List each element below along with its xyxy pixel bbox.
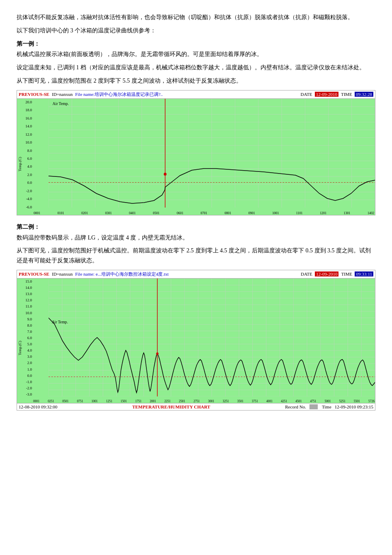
chart1-time-val: 09:32:28 bbox=[355, 92, 373, 97]
chart2-time-val: 09:33:11 bbox=[355, 271, 373, 276]
chart2-x-axis: 0001 0251 0501 0751 1001 1251 1501 1751 … bbox=[33, 399, 375, 403]
chart1-id: ID=nanxun bbox=[52, 92, 73, 97]
example2-desc1: 数码温控带数码显示，品牌 LG，设定温度 4 度，内壁无霜无结冰。 bbox=[17, 233, 375, 243]
example2-section: 第二例： 数码温控带数码显示，品牌 LG，设定温度 4 度，内壁无霜无结冰。 从… bbox=[17, 222, 375, 266]
chart1-brand: PREVIOUS-SE bbox=[19, 92, 49, 97]
example1-desc1: 机械式温控展示冰箱(前面板透明），品牌海尔。是无霜带循环风的。可是里面却结着厚厚… bbox=[17, 49, 375, 59]
chart1-svg: Air Temp. bbox=[49, 99, 375, 208]
chart2-time-label-footer: Time bbox=[322, 404, 331, 409]
chart2-time-label: TIME bbox=[341, 271, 352, 276]
chart2-record-box bbox=[309, 404, 318, 409]
intro-para2: 以下我们培训中心的 3 个冰箱的温度记录曲线供参考： bbox=[17, 26, 375, 36]
chart2: PREVIOUS-SE ID=nanxun File name: e...培训中… bbox=[17, 270, 375, 411]
chart1: PREVIOUS-SE ID=nanxun File name:培训中心海尔冰箱… bbox=[17, 90, 375, 215]
chart2-footer-title: TEMPERATURE/HUMIDITY CHART bbox=[61, 404, 282, 409]
chart2-brand: PREVIOUS-SE bbox=[19, 271, 49, 276]
example1-desc2: 设定温度未知，已调到 1 档（对应的温度应该是最高，机械式冰箱档位数字越大，温度… bbox=[17, 63, 375, 73]
chart1-filename: File name:培训中心海尔冰箱温度记录已调?.. bbox=[75, 91, 298, 98]
intro-section: 抗体试剂不能反复冻融，冻融对抗体活性有影响，也会导致标记物（叨啶酯）和抗体（抗原… bbox=[17, 12, 375, 86]
chart2-date-val: 12-09-2010 bbox=[315, 271, 338, 276]
chart2-y-axis: 15.0 14.0 13.0 12.0 11.0 10.0 9.0 8.0 7.… bbox=[17, 279, 33, 403]
chart2-filename: File name: e...培训中心海尔数控冰箱设定4度.txt bbox=[75, 271, 298, 277]
example1-title: 第一例： bbox=[17, 39, 375, 49]
chart2-footer: 12-08-2010 09:32:00 TEMPERATURE/HUMIDITY… bbox=[17, 403, 375, 410]
chart1-body: Temp.(C) 20.0 18.0 16.0 14.0 12.0 10.0 8… bbox=[17, 99, 375, 215]
chart2-record-label: Record No. bbox=[285, 404, 306, 409]
chart1-x-axis: 0001 0101 0201 0301 0401 0501 0601 0701 … bbox=[33, 211, 375, 215]
svg-point-33 bbox=[164, 173, 167, 176]
chart1-date-val: 12-09-2010 bbox=[315, 92, 338, 97]
chart2-svg: Air Temp. bbox=[49, 279, 375, 396]
chart2-footer-time: 12-09-2010 09:23:15 bbox=[335, 404, 373, 409]
chart1-time-label: TIME bbox=[341, 92, 352, 97]
chart1-plot: Air Temp. bbox=[49, 99, 375, 208]
chart2-id: ID=nanxun bbox=[52, 271, 73, 276]
example1-desc3: 从下图可见，温度控制范围在 2 度到零下 5.5 度之间波动，这样试剂处于反复冻… bbox=[17, 76, 375, 86]
example2-title: 第二例： bbox=[17, 222, 375, 232]
chart2-plot: Air Temp. bbox=[49, 279, 375, 396]
chart1-header: PREVIOUS-SE ID=nanxun File name:培训中心海尔冰箱… bbox=[17, 90, 375, 99]
chart1-y-axis: 20.0 18.0 16.0 14.0 12.0 10.0 8.0 6.0 4.… bbox=[17, 99, 33, 215]
intro-para1: 抗体试剂不能反复冻融，冻融对抗体活性有影响，也会导致标记物（叨啶酯）和抗体（抗原… bbox=[17, 12, 375, 22]
chart2-header: PREVIOUS-SE ID=nanxun File name: e...培训中… bbox=[17, 270, 375, 279]
chart1-date-label: DATE bbox=[301, 92, 312, 97]
svg-point-82 bbox=[156, 352, 158, 355]
chart2-body: Temp.(C) 15.0 14.0 13.0 12.0 11.0 10.0 9… bbox=[17, 279, 375, 403]
chart2-footer-date: 12-08-2010 09:32:00 bbox=[19, 404, 57, 409]
chart2-date-label: DATE bbox=[301, 271, 312, 276]
svg-text:Air Temp.: Air Temp. bbox=[53, 101, 69, 106]
example2-desc2: 从下图可见，温度控制范围好于机械式温控。前期温度波动在零下 2.5 度到零上 4… bbox=[17, 246, 375, 266]
